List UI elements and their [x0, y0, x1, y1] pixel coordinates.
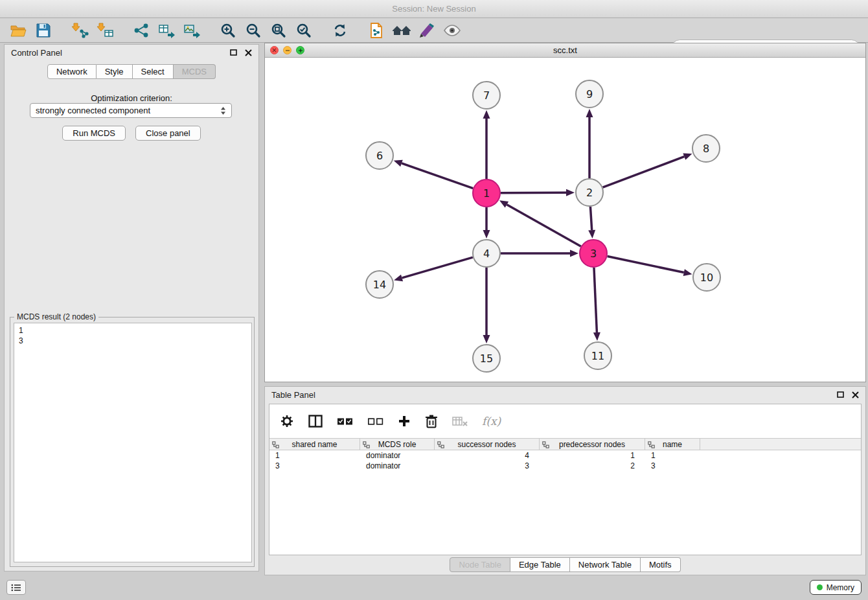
network-document-button[interactable]	[366, 21, 387, 40]
zoom-in-button[interactable]	[218, 21, 238, 40]
column-tree-icon	[648, 441, 655, 448]
graph-node-label: 8	[703, 143, 709, 155]
table-body: 1dominator4113dominator323	[269, 450, 861, 471]
table-cell[interactable]: 3	[269, 461, 360, 470]
export-network-icon	[158, 23, 176, 38]
export-image-icon	[183, 23, 201, 38]
column-header-predecessor-nodes[interactable]: predecessor nodes	[540, 439, 645, 450]
deselect-all-button[interactable]	[367, 416, 383, 426]
minimize-window-icon[interactable]	[283, 46, 291, 54]
graph-edge-4-14[interactable]	[402, 257, 473, 278]
show-graphics-details-button[interactable]	[442, 21, 463, 40]
save-session-button[interactable]	[33, 21, 54, 40]
zoom-selected-icon	[296, 23, 312, 38]
graph-edge-arrow	[588, 230, 595, 238]
apply-style-icon	[419, 23, 435, 38]
apply-style-button[interactable]	[417, 21, 437, 40]
import-table-icon	[96, 23, 114, 38]
graph-edge-arrow	[483, 110, 490, 119]
column-header-name[interactable]: name	[645, 439, 700, 450]
optimization-criterion-dropdown[interactable]: strongly connected component	[30, 103, 232, 118]
table-cell[interactable]: 2	[540, 461, 645, 470]
mcds-result-list[interactable]: 13	[14, 323, 252, 562]
export-network-button[interactable]	[156, 21, 177, 40]
split-column-button[interactable]	[308, 415, 323, 428]
tab-node-table[interactable]: Node Table	[450, 557, 510, 572]
close-window-icon[interactable]	[270, 46, 279, 54]
table-cell[interactable]: dominator	[360, 451, 435, 460]
tab-network-table[interactable]: Network Table	[570, 557, 641, 572]
graph-node-label: 2	[586, 187, 593, 199]
delete-table-button[interactable]	[452, 415, 468, 427]
function-builder-button[interactable]: f(x)	[482, 415, 501, 428]
table-cell[interactable]: 1	[540, 451, 645, 460]
tab-network[interactable]: Network	[47, 64, 97, 79]
select-all-icon	[337, 416, 353, 426]
show-graphics-details-icon	[444, 25, 461, 36]
new-network-button[interactable]	[131, 21, 152, 40]
app-titlebar: Session: New Session	[0, 0, 868, 18]
graph-edge-arrow	[683, 154, 692, 160]
table-cell[interactable]: 3	[435, 461, 540, 470]
tab-style[interactable]: Style	[97, 64, 133, 79]
open-file-button[interactable]	[8, 21, 29, 40]
tab-select[interactable]: Select	[133, 64, 174, 79]
refresh-layout-button[interactable]	[330, 21, 350, 40]
delete-table-icon	[452, 415, 468, 427]
column-header-label: successor nodes	[457, 440, 516, 449]
tab-mcds[interactable]: MCDS	[174, 64, 216, 79]
toolbar-group	[131, 21, 202, 40]
delete-row-button[interactable]	[425, 414, 438, 428]
zoom-in-icon	[220, 23, 236, 38]
table-cell[interactable]: 3	[645, 461, 700, 470]
memory-button[interactable]: Memory	[810, 580, 862, 595]
add-row-button[interactable]	[398, 415, 411, 428]
float-panel-icon[interactable]	[230, 49, 237, 56]
graph-canvas[interactable]: 7968124314101511	[265, 58, 865, 382]
graph-node-label: 10	[700, 271, 713, 284]
import-table-button[interactable]	[95, 21, 115, 40]
zoom-out-icon	[246, 23, 261, 38]
column-tree-icon	[363, 441, 370, 448]
network-window-titlebar[interactable]: scc.txt	[265, 43, 865, 58]
table-cell[interactable]: 4	[435, 451, 540, 460]
graph-edge-1-6[interactable]	[402, 163, 473, 189]
table-row[interactable]: 3dominator323	[269, 461, 861, 471]
column-header-shared-name[interactable]: shared name	[269, 439, 360, 450]
tab-edge-table[interactable]: Edge Table	[510, 557, 570, 572]
table-panel-title: Table Panel	[271, 390, 315, 400]
delete-row-icon	[425, 414, 438, 428]
graph-edge-3-11[interactable]	[594, 268, 597, 332]
close-panel-button[interactable]: Close panel	[135, 126, 201, 141]
table-cell[interactable]: dominator	[360, 461, 435, 470]
control-panel: Control Panel NetworkStyleSelectMCDS Opt…	[4, 44, 259, 571]
import-network-button[interactable]	[69, 21, 90, 40]
table-row[interactable]: 1dominator411	[269, 450, 861, 461]
table-cell[interactable]: 1	[269, 451, 360, 460]
run-mcds-button[interactable]: Run MCDS	[62, 126, 126, 141]
export-image-button[interactable]	[181, 21, 202, 40]
import-network-icon	[71, 23, 89, 38]
maximize-window-icon[interactable]	[296, 46, 304, 54]
ndex-home-button[interactable]	[391, 21, 412, 40]
graph-edge-2-3[interactable]	[590, 207, 591, 230]
zoom-out-button[interactable]	[243, 21, 264, 40]
graph-edge-3-10[interactable]	[608, 257, 684, 273]
graph-edge-2-8[interactable]	[603, 157, 685, 188]
select-all-button[interactable]	[337, 416, 353, 426]
graph-edge-1-2[interactable]	[501, 192, 566, 193]
float-table-panel-icon[interactable]	[837, 391, 844, 398]
graph-edge-arrow	[570, 250, 578, 257]
hidden-panels-button[interactable]	[6, 580, 26, 595]
graph-edge-3-1[interactable]	[507, 205, 580, 247]
zoom-fit-button[interactable]	[268, 21, 289, 40]
column-header-successor-nodes[interactable]: successor nodes	[435, 439, 540, 450]
column-header-mcds-role[interactable]: MCDS role	[360, 439, 435, 450]
tab-motifs[interactable]: Motifs	[641, 557, 681, 572]
gear-button[interactable]	[280, 414, 294, 428]
graph-edge-arrow	[683, 269, 692, 276]
close-panel-icon[interactable]	[245, 49, 252, 56]
zoom-selected-button[interactable]	[293, 21, 314, 40]
close-table-panel-icon[interactable]	[852, 391, 859, 398]
table-cell[interactable]: 1	[645, 451, 700, 460]
